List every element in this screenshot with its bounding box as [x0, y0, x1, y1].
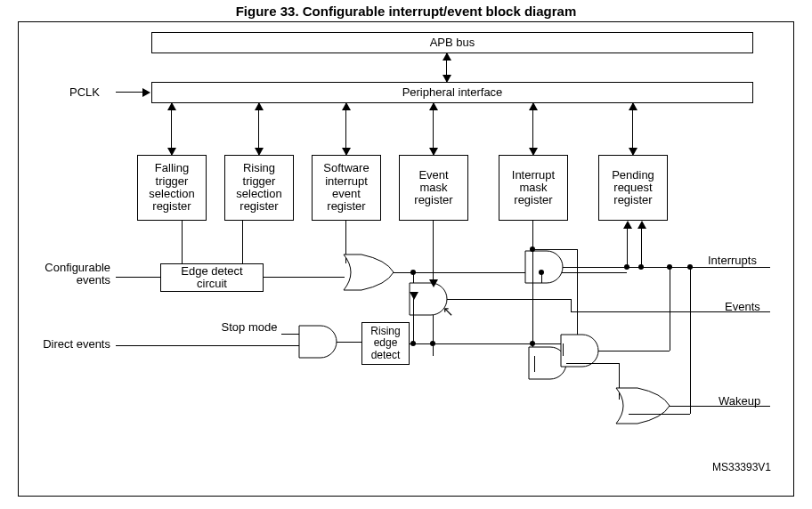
- falling-trigger-register: Falling trigger selection register: [137, 155, 207, 221]
- edge-detect-circuit: Edge detect circuit: [160, 263, 264, 292]
- pending-request-register: Pending request register: [598, 155, 668, 221]
- configurable-events-label: Configurable events: [21, 262, 110, 287]
- peripheral-interface-block: Peripheral interface: [151, 82, 753, 103]
- figure-ref-code: MS33393V1: [712, 461, 771, 473]
- direct-events-label: Direct events: [21, 338, 110, 351]
- stop-mode-label: Stop mode: [214, 321, 285, 334]
- or-gate-config: [342, 254, 395, 290]
- event-mask-register: Event mask register: [399, 155, 468, 221]
- apb-bus-block: APB bus: [151, 32, 753, 53]
- peripheral-interface-label: Peripheral interface: [402, 86, 503, 99]
- or-gate-wakeup: [614, 388, 671, 424]
- diagram-canvas: Figure 33. Configurable interrupt/event …: [0, 0, 812, 509]
- figure-caption: Figure 33. Configurable interrupt/event …: [0, 4, 812, 19]
- pclk-label: PCLK: [52, 86, 100, 99]
- interrupts-label: Interrupts: [708, 254, 779, 267]
- software-interrupt-event-register: Software interrupt event register: [312, 155, 381, 221]
- rising-edge-detect: Rising edge detect: [361, 322, 410, 365]
- apb-bus-label: APB bus: [430, 36, 475, 49]
- interrupt-mask-register: Interrupt mask register: [499, 155, 568, 221]
- rising-trigger-register: Rising trigger selection register: [224, 155, 294, 221]
